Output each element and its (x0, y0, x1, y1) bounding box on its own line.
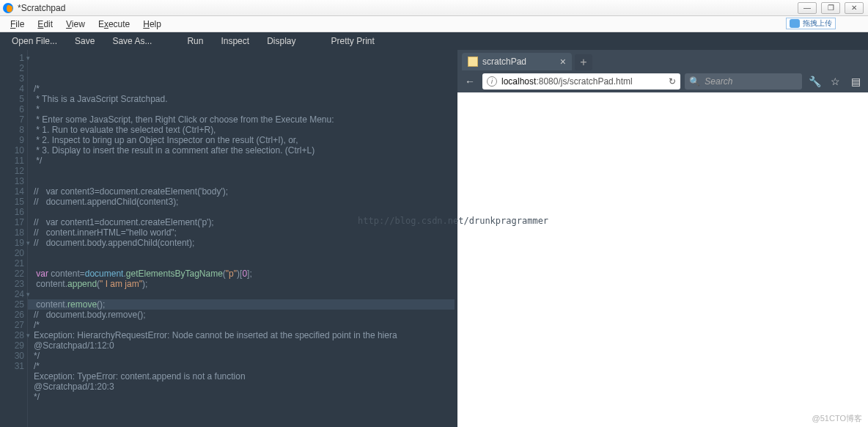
footer-watermark: @51CTO博客 (812, 413, 862, 424)
tab-title: scratchPad (482, 56, 526, 67)
maximize-button[interactable]: ❐ (821, 2, 840, 14)
dev-tools-icon[interactable]: 🔧 (806, 73, 823, 90)
tool-save[interactable]: Save (66, 33, 103, 49)
info-icon[interactable]: i (487, 76, 497, 87)
favicon-icon (468, 56, 478, 67)
menu-execute[interactable]: Execute (92, 18, 136, 31)
menubar: File Edit View Execute Help 拖拽上传 (0, 16, 868, 32)
tab-close-icon[interactable]: × (560, 56, 566, 67)
browser-pane: scratchPad × + ← i localhost:8080/js/scr… (457, 50, 868, 427)
reload-icon[interactable]: ↻ (669, 76, 676, 87)
line-gutter: 1234567891011121314151617181920212223242… (0, 50, 28, 427)
menu-edit[interactable]: Edit (32, 18, 59, 31)
tool-run[interactable]: Run (178, 33, 212, 49)
tab-strip: scratchPad × + (457, 50, 868, 70)
library-icon[interactable]: ▤ (847, 73, 864, 90)
nav-bar: ← i localhost:8080/js/scratchPad.html ↻ … (457, 70, 868, 92)
url-bar[interactable]: i localhost:8080/js/scratchPad.html ↻ (482, 73, 680, 90)
code-area[interactable]: http://blog.csdn.net/drunkpragrammer /* … (28, 50, 457, 427)
browser-content[interactable] (457, 92, 868, 427)
cloud-icon (790, 19, 800, 28)
window-titlebar: *Scratchpad — ❐ ✕ (0, 0, 868, 16)
new-tab-button[interactable]: + (575, 54, 592, 70)
tool-pretty-print[interactable]: Pretty Print (323, 33, 383, 49)
search-box[interactable]: 🔍 Search (685, 73, 802, 90)
toolbar: Open File...SaveSave As...RunInspectDisp… (0, 32, 868, 50)
window-title: *Scratchpad (18, 3, 65, 13)
browser-tab[interactable]: scratchPad × (462, 53, 572, 70)
menu-view[interactable]: View (60, 18, 91, 31)
back-button[interactable]: ← (462, 73, 478, 90)
editor-pane: 1234567891011121314151617181920212223242… (0, 50, 457, 427)
bookmark-icon[interactable]: ☆ (827, 73, 843, 90)
tool-display[interactable]: Display (258, 33, 304, 49)
tool-inspect[interactable]: Inspect (212, 33, 258, 49)
watermark: http://blog.csdn.net/drunkpragrammer (358, 216, 548, 226)
window-controls: — ❐ ✕ (798, 2, 864, 14)
search-icon: 🔍 (689, 76, 700, 87)
tool-save-as-[interactable]: Save As... (103, 33, 161, 49)
menu-file[interactable]: File (4, 18, 30, 31)
search-placeholder: Search (705, 76, 732, 87)
tool-open-file-[interactable]: Open File... (3, 33, 66, 49)
firefox-icon (3, 3, 13, 13)
close-button[interactable]: ✕ (845, 2, 864, 14)
menu-help[interactable]: Help (137, 18, 167, 31)
upload-widget[interactable]: 拖拽上传 (786, 18, 836, 29)
minimize-button[interactable]: — (798, 2, 817, 14)
